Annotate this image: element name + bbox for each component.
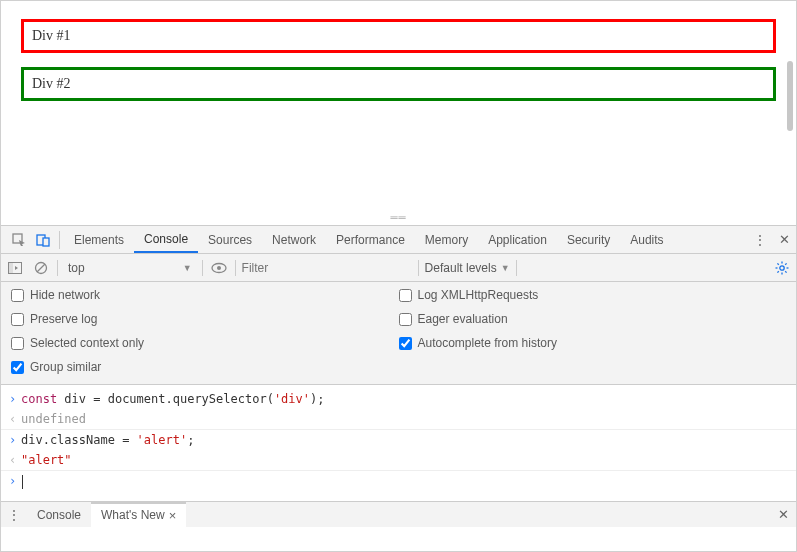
chevron-down-icon: ▼ — [183, 263, 192, 273]
preserve-log-label: Preserve log — [30, 312, 97, 326]
live-expression-icon[interactable] — [209, 262, 229, 274]
close-tab-icon[interactable]: × — [169, 508, 177, 523]
hide-network-label: Hide network — [30, 288, 100, 302]
tab-console-label: Console — [144, 232, 188, 246]
clear-console-icon[interactable] — [31, 261, 51, 275]
selected-context-only-label: Selected context only — [30, 336, 144, 350]
console-code: div.className = 'alert'; — [21, 431, 194, 449]
tab-audits[interactable]: Audits — [620, 226, 673, 253]
rendered-page: Div #1 Div #2 ══ — [1, 1, 796, 225]
inspect-element-icon[interactable] — [7, 226, 31, 253]
toggle-device-toolbar-icon[interactable] — [31, 226, 55, 253]
tab-sources-label: Sources — [208, 233, 252, 247]
result-arrow-icon: ‹ — [9, 410, 21, 428]
hide-network-checkbox[interactable]: Hide network — [11, 288, 399, 302]
console-settings-icon[interactable] — [772, 261, 792, 275]
tab-performance-label: Performance — [336, 233, 405, 247]
toggle-console-sidebar-icon[interactable] — [5, 262, 25, 274]
group-similar-checkbox[interactable]: Group similar — [11, 360, 399, 374]
prompt-arrow-icon: › — [9, 390, 21, 408]
console-input-line: › const div = document.querySelector('di… — [1, 389, 796, 409]
drawer-more-icon[interactable]: ⋮ — [1, 508, 27, 522]
svg-line-16 — [777, 271, 778, 272]
text-cursor — [22, 475, 23, 489]
console-input-line: › div.className = 'alert'; — [1, 430, 796, 450]
tab-application-label: Application — [488, 233, 547, 247]
tab-sources[interactable]: Sources — [198, 226, 262, 253]
console-prompt[interactable]: › — [1, 471, 796, 491]
tab-audits-label: Audits — [630, 233, 663, 247]
tab-security-label: Security — [567, 233, 610, 247]
close-devtools-icon[interactable]: ✕ — [772, 226, 796, 253]
autocomplete-history-label: Autocomplete from history — [418, 336, 557, 350]
log-xhr-label: Log XMLHttpRequests — [418, 288, 539, 302]
tab-elements[interactable]: Elements — [64, 226, 134, 253]
tab-console[interactable]: Console — [134, 226, 198, 253]
svg-line-14 — [777, 263, 778, 264]
svg-point-9 — [780, 265, 784, 269]
eager-evaluation-checkbox[interactable]: Eager evaluation — [399, 312, 787, 326]
drawer-tab-console[interactable]: Console — [27, 502, 91, 527]
close-drawer-icon[interactable]: ✕ — [770, 507, 796, 522]
div-2: Div #2 — [21, 67, 776, 101]
console-result: "alert" — [21, 451, 72, 469]
console-code: const div = document.querySelector('div'… — [21, 390, 324, 408]
drawer-tab-whatsnew[interactable]: What's New× — [91, 502, 186, 527]
eager-evaluation-label: Eager evaluation — [418, 312, 508, 326]
preserve-log-checkbox[interactable]: Preserve log — [11, 312, 399, 326]
chevron-down-icon: ▼ — [501, 263, 510, 273]
execution-context-label: top — [68, 261, 85, 275]
svg-point-8 — [217, 266, 221, 270]
console-filter-input[interactable] — [242, 261, 412, 275]
prompt-arrow-icon: › — [9, 472, 21, 490]
devtools-resize-handle[interactable]: ══ — [1, 215, 796, 225]
tab-performance[interactable]: Performance — [326, 226, 415, 253]
console-result: undefined — [21, 410, 86, 428]
console-toolbar: top ▼ Default levels ▼ — [1, 254, 796, 282]
tab-elements-label: Elements — [74, 233, 124, 247]
div-1-text: Div #1 — [32, 28, 71, 43]
autocomplete-history-checkbox[interactable]: Autocomplete from history — [399, 336, 787, 350]
console-result-line: ‹ undefined — [1, 409, 796, 430]
group-similar-label: Group similar — [30, 360, 101, 374]
tab-memory[interactable]: Memory — [415, 226, 478, 253]
svg-line-15 — [785, 271, 786, 272]
log-xhr-checkbox[interactable]: Log XMLHttpRequests — [399, 288, 787, 302]
svg-rect-2 — [43, 238, 49, 246]
result-arrow-icon: ‹ — [9, 451, 21, 469]
selected-context-only-checkbox[interactable]: Selected context only — [11, 336, 399, 350]
div-2-text: Div #2 — [32, 76, 71, 91]
page-scrollbar[interactable] — [787, 61, 793, 131]
console-output[interactable]: › const div = document.querySelector('di… — [1, 385, 796, 501]
devtools-panel: Elements Console Sources Network Perform… — [1, 225, 796, 527]
prompt-arrow-icon: › — [9, 431, 21, 449]
tab-network[interactable]: Network — [262, 226, 326, 253]
log-levels-selector[interactable]: Default levels ▼ — [425, 261, 510, 275]
tab-memory-label: Memory — [425, 233, 468, 247]
console-settings-panel: Hide network Preserve log Selected conte… — [1, 282, 796, 385]
tab-security[interactable]: Security — [557, 226, 620, 253]
console-result-line: ‹ "alert" — [1, 450, 796, 471]
log-levels-label: Default levels — [425, 261, 497, 275]
devtools-tab-bar: Elements Console Sources Network Perform… — [1, 226, 796, 254]
svg-line-17 — [785, 263, 786, 264]
tab-application[interactable]: Application — [478, 226, 557, 253]
drawer-tab-whatsnew-label: What's New — [101, 508, 165, 522]
svg-rect-4 — [9, 262, 13, 273]
execution-context-selector[interactable]: top ▼ — [64, 261, 196, 275]
devtools-drawer: ⋮ Console What's New× ✕ — [1, 501, 796, 527]
svg-line-6 — [37, 264, 45, 272]
tab-network-label: Network — [272, 233, 316, 247]
drawer-tab-console-label: Console — [37, 508, 81, 522]
div-1: Div #1 — [21, 19, 776, 53]
more-options-icon[interactable]: ⋮ — [748, 226, 772, 253]
